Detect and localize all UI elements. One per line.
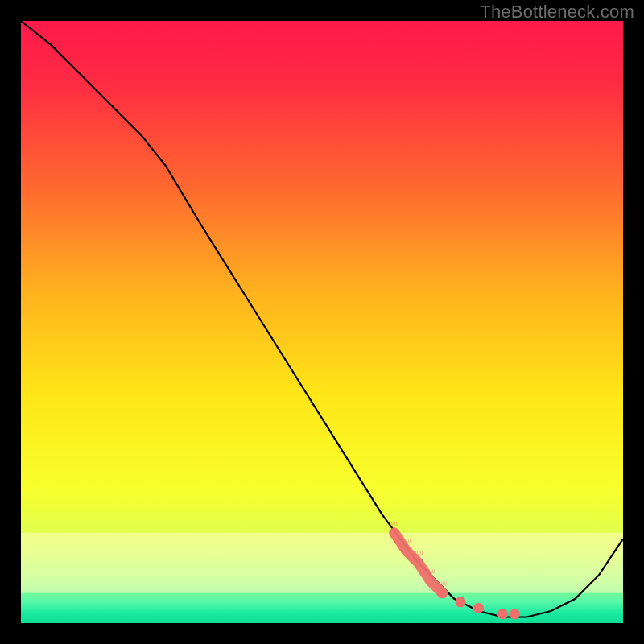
valley-dot xyxy=(497,609,508,619)
valley-dot xyxy=(510,609,520,619)
valley-dot xyxy=(473,603,484,613)
valley-dot xyxy=(437,588,448,598)
bottleneck-chart xyxy=(0,0,644,644)
valley-dot xyxy=(456,597,466,607)
pale-band xyxy=(21,533,623,593)
watermark-text: TheBottleneck.com xyxy=(480,2,634,23)
chart-frame: TheBottleneck.com xyxy=(0,0,644,644)
